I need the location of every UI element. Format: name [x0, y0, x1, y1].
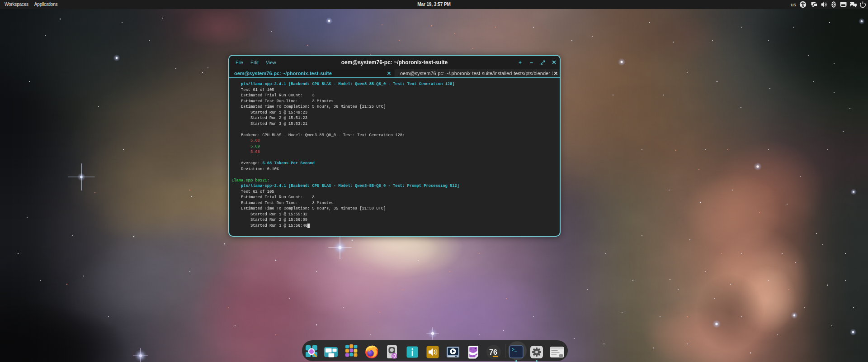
svg-text:>_: >_	[512, 348, 518, 352]
svg-text:us: us	[791, 2, 796, 7]
svg-text:76: 76	[489, 348, 497, 356]
